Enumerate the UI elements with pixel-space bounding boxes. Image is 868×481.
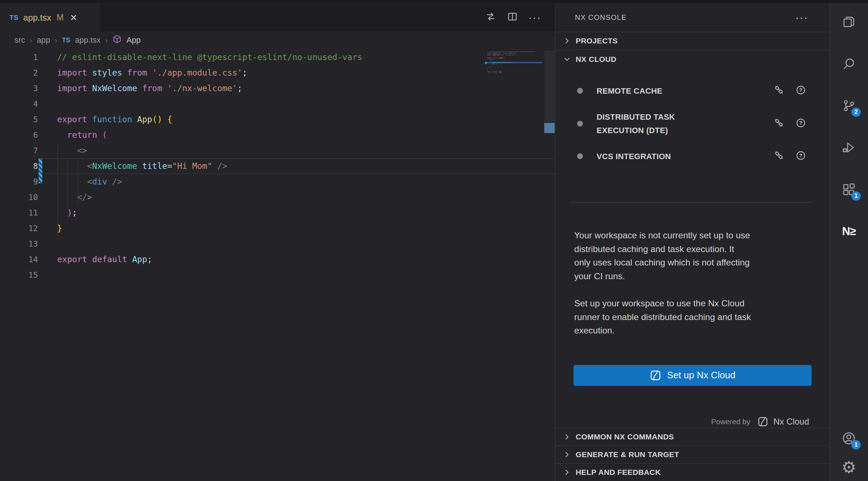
settings-gear-icon[interactable]: ⚙ bbox=[840, 459, 858, 476]
chevron-right-icon bbox=[563, 451, 571, 458]
activity-bar: 2 1 N≥ bbox=[829, 0, 868, 481]
search-icon[interactable] bbox=[840, 55, 858, 72]
section-projects[interactable]: PROJECTS bbox=[555, 32, 829, 50]
git-modified-badge: M bbox=[57, 13, 64, 22]
editor-title-actions: ··· bbox=[485, 0, 555, 31]
feature-label: REMOTE CACHE bbox=[597, 84, 719, 98]
panel-title: NX CONSOLE bbox=[575, 13, 627, 22]
line-number: 7 bbox=[0, 143, 38, 158]
line-number: 3 bbox=[0, 81, 38, 96]
feature-dte: DISTRIBUTED TASK EXECUTION (DTE) bbox=[555, 110, 829, 137]
line-number: 8 bbox=[0, 158, 38, 174]
panel-bottom-sections: COMMON NX COMMANDS GENERATE & RUN TARGET… bbox=[555, 428, 829, 481]
line-number: 1 bbox=[0, 50, 38, 65]
nx-cloud-features: REMOTE CACHE bbox=[555, 69, 829, 175]
account-badge: 1 bbox=[851, 440, 861, 450]
breadcrumb-folder[interactable]: app bbox=[37, 35, 50, 45]
help-icon[interactable]: ? bbox=[795, 150, 806, 162]
feature-label: EXECUTION (DTE) bbox=[597, 124, 719, 137]
code-line[interactable]: 3import NxWelcome from './nx-welcome'; bbox=[0, 81, 555, 96]
close-tab-icon[interactable]: × bbox=[70, 12, 77, 23]
code-line[interactable]: 12} bbox=[0, 221, 555, 236]
setup-button-label: Set up Nx Cloud bbox=[667, 370, 735, 381]
line-number: 14 bbox=[0, 252, 38, 267]
feature-vcs-integration: VCS INTEGRATION bbox=[555, 147, 829, 165]
explorer-icon[interactable] bbox=[840, 13, 858, 30]
nx-console-panel: NX CONSOLE ··· PROJECTS NX CLOUD REMOTE … bbox=[555, 0, 829, 481]
code-line[interactable]: 13 bbox=[0, 236, 555, 252]
nx-cloud-logo-icon bbox=[650, 370, 661, 381]
help-icon[interactable]: ? bbox=[795, 85, 806, 97]
source-control-icon[interactable]: 2 bbox=[840, 97, 858, 114]
connect-plug-icon[interactable] bbox=[774, 85, 785, 97]
panel-more-actions-icon[interactable]: ··· bbox=[795, 11, 808, 24]
section-label: GENERATE & RUN TARGET bbox=[576, 450, 679, 459]
divider bbox=[571, 202, 811, 203]
line-number: 5 bbox=[0, 112, 38, 127]
code-line[interactable]: 14export default App; bbox=[0, 252, 555, 267]
vscode-window: TS app.tsx M × ··· bbox=[0, 0, 868, 481]
breadcrumb-file[interactable]: app.tsx bbox=[75, 35, 100, 45]
code-line[interactable]: 1// eslint-disable-next-line @typescript… bbox=[0, 50, 555, 65]
line-number: 4 bbox=[0, 96, 38, 112]
powered-by-row: Powered by Nx Cloud bbox=[555, 416, 809, 427]
code-line[interactable]: 5export function App() { bbox=[0, 112, 555, 127]
account-icon[interactable]: 1 bbox=[840, 430, 858, 447]
open-changes-icon[interactable] bbox=[485, 11, 497, 24]
breadcrumb-separator: › bbox=[105, 36, 108, 44]
svg-text:?: ? bbox=[799, 87, 803, 93]
editor-scrollbar[interactable] bbox=[544, 49, 555, 481]
section-help-and-feedback[interactable]: HELP AND FEEDBACK bbox=[555, 463, 829, 481]
connect-plug-icon[interactable] bbox=[774, 150, 785, 162]
section-nx-cloud[interactable]: NX CLOUD bbox=[555, 50, 829, 69]
status-bullet bbox=[577, 153, 583, 159]
tab-app-tsx[interactable]: TS app.tsx M × bbox=[0, 0, 100, 31]
chevron-right-icon bbox=[563, 433, 571, 440]
nx-cloud-brand-label: Nx Cloud bbox=[773, 417, 809, 427]
typescript-file-icon: TS bbox=[9, 14, 18, 22]
connect-plug-icon[interactable] bbox=[774, 118, 785, 130]
section-common-nx-commands[interactable]: COMMON NX COMMANDS bbox=[555, 428, 829, 446]
breadcrumb-folder[interactable]: src bbox=[14, 35, 25, 45]
help-icon[interactable]: ? bbox=[795, 118, 806, 130]
section-generate-run-target[interactable]: GENERATE & RUN TARGET bbox=[555, 446, 829, 463]
feature-label: VCS INTEGRATION bbox=[597, 150, 719, 163]
scrollbar-slider[interactable] bbox=[544, 51, 555, 123]
breadcrumb-symbol[interactable]: App bbox=[126, 35, 141, 45]
code-line[interactable]: 9 <div /> bbox=[0, 174, 555, 190]
code-line[interactable]: 10 </> bbox=[0, 190, 555, 205]
minimap-line bbox=[487, 73, 542, 74]
minimap[interactable]: // eslint-disable-next-line @typescript-… bbox=[487, 51, 542, 74]
panel-header: NX CONSOLE ··· bbox=[555, 0, 829, 32]
code-line[interactable]: 6 return ( bbox=[0, 127, 555, 143]
editor-more-actions-icon[interactable]: ··· bbox=[528, 11, 541, 24]
line-number: 6 bbox=[0, 127, 38, 143]
code-line[interactable]: 8 <NxWelcome title="Hi Mom" /> bbox=[0, 158, 555, 174]
chevron-right-icon bbox=[563, 37, 571, 44]
code-line[interactable]: 15 bbox=[0, 267, 555, 283]
setup-nx-cloud-button[interactable]: Set up Nx Cloud bbox=[573, 365, 812, 386]
workspace-status-paragraph: Your workspace is not currently set up t… bbox=[574, 229, 808, 283]
line-number: 12 bbox=[0, 221, 38, 236]
section-label: COMMON NX COMMANDS bbox=[576, 433, 674, 441]
line-number: 13 bbox=[0, 236, 38, 252]
extensions-icon[interactable]: 1 bbox=[840, 181, 858, 198]
code-line[interactable]: 4 bbox=[0, 96, 555, 112]
code-line[interactable]: 7 <> bbox=[0, 143, 555, 158]
symbol-cube-icon bbox=[112, 34, 122, 46]
extensions-badge: 1 bbox=[851, 191, 861, 201]
run-debug-icon[interactable] bbox=[840, 139, 858, 156]
nx-console-icon[interactable]: N≥ bbox=[840, 223, 858, 240]
nx-cloud-logo-icon bbox=[757, 416, 768, 427]
code-line[interactable]: 2import styles from './app.module.css'; bbox=[0, 65, 555, 81]
code-line[interactable]: 11 ); bbox=[0, 205, 555, 221]
line-number: 9 bbox=[0, 174, 38, 190]
line-number: 2 bbox=[0, 65, 38, 81]
code-editor[interactable]: 1// eslint-disable-next-line @typescript… bbox=[0, 49, 555, 481]
breadcrumb-separator: › bbox=[30, 36, 32, 44]
split-editor-icon[interactable] bbox=[507, 11, 518, 24]
status-bullet bbox=[577, 88, 583, 94]
code-lines: 1// eslint-disable-next-line @typescript… bbox=[0, 50, 555, 283]
chevron-right-icon bbox=[563, 469, 571, 476]
line-number: 11 bbox=[0, 205, 38, 221]
